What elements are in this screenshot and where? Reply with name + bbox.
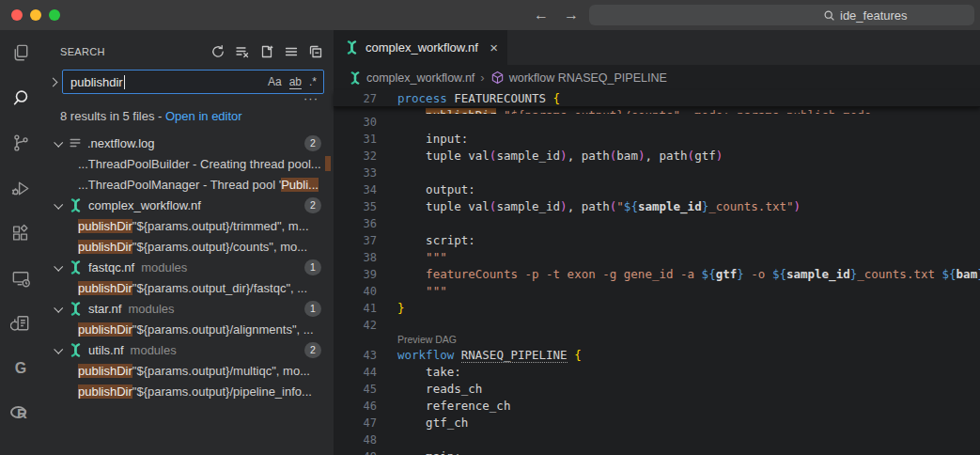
code-line[interactable]: 35 tuple val(sample_id), path("${sample_… (334, 198, 980, 215)
code-token: output: (397, 182, 475, 196)
search-result-match-row[interactable]: publishDir "${params.output}/counts", mo… (41, 236, 334, 257)
code-line[interactable]: 32 tuple val(sample_id), path(bam), path… (334, 148, 980, 165)
panel-title: SEARCH (60, 46, 105, 57)
search-result-match-row[interactable]: publishDir "${params.output}/trimmed", m… (41, 215, 334, 236)
code-token: bam (957, 267, 978, 281)
tab-complex-workflow[interactable]: complex_workflow.nf × (334, 30, 507, 65)
code-line[interactable]: 45 reads_ch (334, 381, 980, 398)
search-result-file-row[interactable]: complex_workflow.nf2 (41, 195, 334, 215)
search-input[interactable]: publishdir Aa ab .* (62, 70, 324, 94)
file-name: star.nf (88, 302, 121, 316)
code-token: """ (397, 284, 447, 298)
line-number: 37 (334, 232, 377, 249)
chevron-down-icon[interactable] (54, 344, 63, 353)
clear-search-results-icon[interactable] (233, 43, 251, 61)
code-line[interactable]: 33 (334, 165, 980, 181)
code-line[interactable]: 37 script: (334, 232, 980, 249)
activitybar-remote-explorer[interactable] (0, 256, 41, 301)
code-line[interactable]: 31 input: (334, 131, 980, 148)
code-line[interactable]: 41} (334, 300, 980, 317)
search-result-file-row[interactable]: utils.nfmodules2 (41, 339, 334, 360)
file-name: complex_workflow.nf (88, 198, 201, 212)
zoom-window-button[interactable] (49, 9, 60, 21)
code-token: ${ (942, 267, 957, 281)
close-tab-icon[interactable]: × (490, 39, 498, 55)
toggle-search-details-button[interactable]: ··· (41, 94, 334, 106)
code-token: , path (568, 199, 610, 213)
code-line[interactable]: 43workflow RNASEQ_PIPELINE { (334, 347, 980, 364)
editor-group: complex_workflow.nf × complex_workflow.n… (334, 30, 980, 455)
code-line[interactable]: 42 (334, 317, 980, 334)
code-line[interactable]: 34 output: (334, 181, 980, 198)
search-result-match-row[interactable]: publishDir "${params.output_dir}/fastqc"… (41, 277, 334, 298)
breadcrumb-file[interactable]: complex_workflow.nf (349, 71, 474, 85)
chevron-down-icon[interactable] (54, 261, 63, 271)
search-result-file-row[interactable]: .nextflow.log2 (41, 133, 334, 153)
sticky-scroll-line[interactable]: 27process FEATURECOUNTS { (334, 90, 980, 107)
magnifier-icon (823, 9, 835, 22)
activitybar-gitlens[interactable]: G (0, 346, 41, 391)
code-line[interactable]: 49 main: (334, 448, 980, 455)
symbol-workflow-icon (490, 71, 505, 85)
code-token: sample_id (496, 149, 560, 163)
file-path-description: modules (131, 343, 177, 357)
chevron-down-icon[interactable] (54, 199, 63, 209)
regex-button[interactable]: .* (309, 75, 317, 88)
file-name: fastqc.nf (88, 260, 134, 275)
search-result-file-row[interactable]: fastqc.nfmodules1 (41, 257, 334, 277)
line-number: 31 (334, 131, 377, 148)
gitlens-icon: G (15, 360, 26, 377)
minimize-window-button[interactable] (30, 9, 41, 21)
code-token: ) (560, 149, 568, 163)
search-result-match-row[interactable]: publishDir "${params.output}/alignments"… (41, 319, 334, 339)
code-token: main: (397, 449, 461, 455)
command-center-search[interactable]: ide_features (589, 5, 974, 25)
activitybar-source-control[interactable] (0, 120, 41, 165)
activitybar-more[interactable] (0, 436, 41, 455)
code-line[interactable]: 48 (334, 431, 980, 448)
forward-arrow-icon[interactable]: → (562, 7, 581, 24)
close-window-button[interactable] (11, 9, 23, 21)
match-highlight: publishDir (78, 240, 132, 254)
code-line[interactable]: 30 (334, 114, 980, 131)
code-editor[interactable]: 27process FEATURECOUNTS { publishDir "${… (334, 90, 980, 455)
refresh-icon[interactable] (209, 43, 226, 61)
activitybar-r-language[interactable]: R (0, 391, 41, 436)
code-content: tuple val(sample_id), path(bam), path(gt… (397, 148, 980, 165)
activitybar-run-debug[interactable] (0, 165, 41, 211)
breadcrumb-symbol[interactable]: workflow RNASEQ_PIPELINE (490, 71, 667, 85)
code-line[interactable]: 44 take: (334, 364, 980, 381)
back-arrow-icon[interactable]: ← (532, 7, 551, 24)
search-result-match-row[interactable]: ...ThreadPoolBuilder - Creating thread p… (41, 153, 334, 174)
whole-word-button[interactable]: ab (289, 75, 302, 89)
toggle-replace-chevron-icon[interactable] (49, 77, 58, 86)
activitybar-search[interactable] (0, 75, 41, 120)
search-result-match-row[interactable]: publishDir "${params.output}/multiqc", m… (41, 360, 334, 381)
line-number: 38 (334, 249, 377, 266)
view-as-list-icon[interactable] (282, 43, 300, 61)
code-line[interactable]: 40 """ (334, 283, 980, 300)
activitybar-document-sync[interactable] (0, 301, 41, 346)
code-line[interactable]: 36 (334, 215, 980, 232)
search-result-file-row[interactable]: star.nfmodules1 (41, 298, 334, 319)
open-new-search-editor-icon[interactable] (257, 43, 275, 61)
chevron-down-icon[interactable] (54, 303, 63, 312)
code-token: process (397, 91, 447, 105)
code-line[interactable]: 39 featureCounts -p -t exon -g gene_id -… (334, 266, 980, 283)
activitybar-extensions[interactable] (0, 211, 41, 256)
code-line[interactable]: 47 gtf_ch (334, 415, 980, 431)
partially-scrolled-line[interactable]: publishDir "${params.output}/counts", mo… (334, 107, 980, 114)
code-line[interactable]: 46 reference_ch (334, 398, 980, 415)
code-content: """ (397, 249, 980, 266)
codelens-preview-dag[interactable]: Preview DAG (334, 334, 980, 347)
collapse-all-icon[interactable] (306, 43, 324, 61)
match-case-button[interactable]: Aa (268, 75, 282, 88)
open-in-editor-link[interactable]: Open in editor (165, 109, 242, 123)
chevron-down-icon[interactable] (54, 137, 63, 147)
code-line[interactable]: 38 """ (334, 249, 980, 266)
code-content: script: (397, 232, 980, 249)
search-result-match-row[interactable]: ...ThreadPoolManager - Thread pool 'Publ… (41, 174, 334, 195)
search-result-match-row[interactable]: publishDir "${params.output}/pipeline_in… (41, 381, 334, 401)
activitybar-explorer[interactable] (0, 30, 41, 75)
code-token: script: (397, 233, 475, 247)
